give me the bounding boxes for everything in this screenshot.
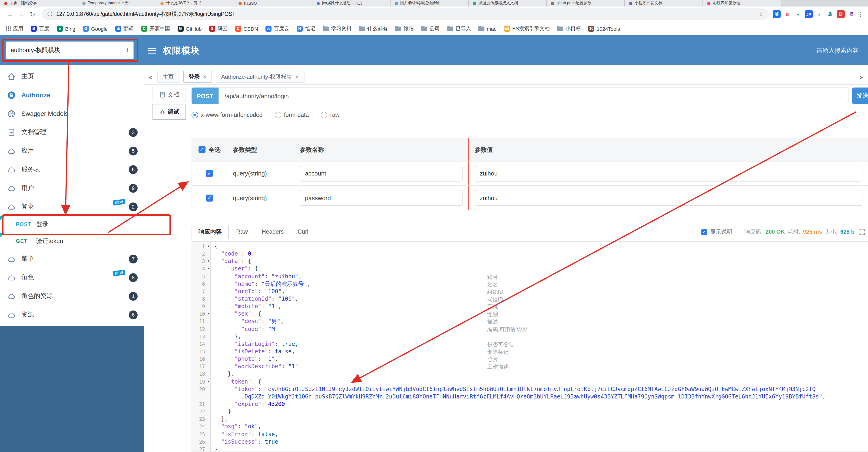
doc-tab[interactable]: Authorize-authority-权限模块× — [216, 71, 304, 83]
extension-icon[interactable]: 邮 — [773, 10, 781, 18]
browser-tab[interactable]: 图片验证码与短信验证 — [391, 0, 469, 6]
row-checkbox[interactable]: ✓ — [206, 170, 213, 177]
browser-tab[interactable]: 彩虹表加密原理 — [703, 0, 781, 6]
extension-icon[interactable]: ● — [794, 10, 802, 18]
bookmark-item[interactable]: C开源中国 — [141, 25, 170, 32]
close-icon[interactable]: × — [296, 74, 299, 80]
sidebar-endpoint-post[interactable]: POST登录 — [0, 216, 144, 233]
doc-tab[interactable]: 登录× — [183, 71, 212, 83]
extension-icon[interactable]: 盾 — [826, 10, 834, 18]
tab-title: 小程序开发文档 — [634, 0, 662, 6]
bookmark-item[interactable]: 公司 — [421, 25, 440, 32]
doc-tab-label: 登录 — [189, 73, 200, 81]
sidebar-item[interactable]: 用户9 — [0, 179, 144, 197]
sidebar-item[interactable]: 登录NEW2 — [0, 197, 144, 216]
bookmark-item[interactable]: 什么都有 — [359, 25, 388, 32]
close-icon[interactable]: × — [203, 74, 207, 80]
bookmark-item[interactable]: 小目标 — [557, 25, 581, 32]
param-value-input[interactable] — [475, 166, 862, 181]
expand-icon[interactable] — [859, 229, 865, 235]
bookmark-item[interactable]: mac — [478, 26, 497, 31]
content-type-radio[interactable]: form-data — [275, 112, 309, 118]
param-name-input[interactable] — [300, 190, 463, 206]
sidebar-item[interactable]: Swagger Models — [0, 104, 144, 123]
bookmark-item[interactable]: 已导入 — [447, 25, 471, 32]
bookmark-item[interactable]: CCSDN — [235, 26, 258, 32]
show-description-checkbox[interactable]: ✓ — [701, 229, 707, 235]
reload-icon[interactable]: ↻ — [27, 10, 38, 18]
browser-tab[interactable]: jwt属性什么意思 - 百度 — [312, 0, 391, 6]
site-info-icon[interactable]: ⓘ — [48, 11, 53, 18]
bookmark-item[interactable]: 101024Tools — [588, 26, 620, 32]
sidebar-item[interactable]: 主页 — [0, 67, 144, 86]
bookmark-label: 开源中国 — [150, 25, 170, 32]
browser-tab[interactable]: haSSO — [234, 0, 312, 6]
panel-tab-debug[interactable]: 调试 — [153, 104, 186, 120]
browser-tab[interactable]: gitlab push配置参数 — [547, 0, 625, 6]
bookmark-item[interactable]: bBing — [57, 26, 75, 32]
response-tab[interactable]: Raw — [230, 225, 254, 239]
back-icon[interactable]: ← — [5, 10, 16, 18]
response-tab[interactable]: 响应内容 — [191, 225, 229, 239]
sidebar-item[interactable]: 文档管理3 — [0, 123, 144, 142]
response-tab[interactable]: Curl — [291, 225, 315, 239]
extension-icon[interactable]: JP — [805, 10, 813, 18]
content-type-radio[interactable]: x-www-form-urlencoded — [191, 112, 262, 118]
bookmark-item[interactable]: ESES搜索引擎文档 — [504, 25, 550, 32]
panel-tab-doc[interactable]: 文档 — [153, 87, 186, 103]
select-all-checkbox[interactable]: ✓ — [198, 146, 205, 153]
sidebar-item[interactable]: Authorize — [0, 86, 144, 104]
fold-caret-icon[interactable]: ▾ — [207, 378, 210, 385]
sidebar-item-label: Authorize — [21, 91, 51, 98]
sidebar-item[interactable]: 应用5 — [0, 142, 144, 160]
bookmark-item[interactable]: 学习资料 — [323, 25, 351, 32]
sidebar-item[interactable]: 资源6 — [0, 305, 144, 324]
sidebar-item[interactable]: 角色的资源1 — [0, 287, 144, 305]
bookmark-item[interactable]: GGoogle — [83, 26, 107, 32]
bookmark-star-icon[interactable]: ☆ — [758, 11, 764, 18]
browser-menu-icon[interactable]: ⋮ — [857, 11, 863, 18]
sidebar-endpoint-get[interactable]: GET验证token — [0, 233, 144, 250]
sidebar-item[interactable]: 角色NEW8 — [0, 268, 144, 287]
content-type-radio[interactable]: raw — [321, 112, 339, 118]
sidebar-item[interactable]: 菜单7 — [0, 250, 144, 268]
endpoint-url-input[interactable] — [218, 87, 848, 104]
address-bar[interactable]: ⓘ 127.0.0.1:8760/api/gate/doc.html#/auth… — [42, 8, 769, 20]
fold-caret-icon[interactable]: ▾ — [207, 243, 210, 250]
project-select[interactable]: authority-权限模块 ▲▼ — [6, 41, 134, 59]
hamburger-icon[interactable] — [148, 47, 156, 55]
bookmark-item[interactable]: 微信 — [395, 25, 414, 32]
forward-icon[interactable]: → — [16, 10, 27, 18]
fold-caret-icon[interactable]: ▾ — [207, 265, 210, 273]
url-text[interactable]: 127.0.0.1:8760/api/gate/doc.html#/author… — [56, 11, 236, 18]
fold-caret-icon[interactable]: ▾ — [207, 310, 210, 318]
bookmark-item[interactable]: B百度 — [31, 25, 49, 32]
bookmark-item[interactable]: GGitHub — [177, 26, 202, 32]
extension-icon[interactable]: ● — [815, 10, 824, 18]
extension-icon[interactable]: 拼 — [837, 10, 845, 18]
browser-tab[interactable]: 主页 - 建站分享 — [0, 0, 78, 6]
scroll-left-icon[interactable]: « — [149, 73, 153, 81]
bookmark-item[interactable]: G码云 — [209, 25, 228, 32]
param-value-input[interactable] — [475, 190, 862, 206]
doc-tab[interactable]: 主页 — [157, 71, 180, 83]
header-search-input[interactable]: 请输入搜索内容 — [816, 47, 859, 55]
browser-tab[interactable]: Temporary Interior 平台 — [78, 0, 156, 6]
bookmark-item[interactable]: 云百度云 — [266, 25, 289, 32]
bookmark-item[interactable]: 译翻译 — [115, 25, 134, 32]
row-checkbox[interactable]: ✓ — [206, 194, 213, 201]
extension-icon[interactable]: G — [783, 10, 791, 18]
extension-icon[interactable]: 汉 — [847, 10, 856, 18]
scroll-right-icon[interactable]: » — [860, 73, 863, 81]
bookmark-item[interactable]: N笔记 — [297, 25, 315, 32]
browser-tab[interactable]: 什么是JWT？ - 简书 — [156, 0, 234, 6]
bookmark-label: 1024Tools — [597, 26, 620, 31]
bookmark-item[interactable]: 应用 — [6, 25, 23, 32]
browser-tab[interactable]: 小程序开发文档 — [625, 0, 703, 6]
send-button[interactable]: 发送 — [852, 87, 868, 104]
param-name-input[interactable] — [300, 166, 463, 181]
browser-tab[interactable]: 温湿度传感器接入文档 — [469, 0, 547, 6]
fold-caret-icon[interactable]: ▾ — [207, 258, 210, 265]
sidebar-item[interactable]: 服务表6 — [0, 160, 144, 179]
response-tab[interactable]: Headers — [255, 225, 290, 239]
